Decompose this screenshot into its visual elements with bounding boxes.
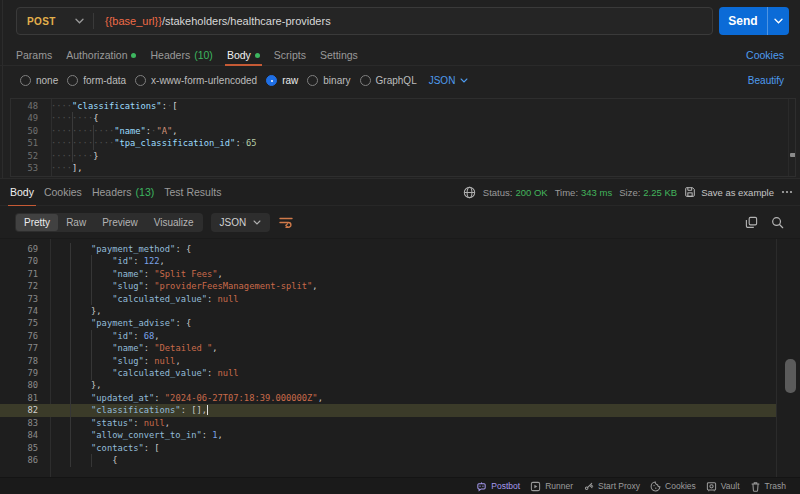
code-text: ········} [38,150,98,162]
body-type-form-data[interactable]: form-data [67,75,126,86]
statusbar-postbot[interactable]: Postbot [476,481,520,492]
body-type-none[interactable]: none [20,75,58,86]
url-input[interactable]: {{base_url}}/stakeholders/healthcare-pro… [94,15,712,27]
body-type-x-www-form-urlencoded[interactable]: x-www-form-urlencoded [135,75,257,86]
statusbar-label: Postbot [491,481,520,491]
radio-icon [67,75,78,86]
cookies-link[interactable]: Cookies [746,49,784,61]
method-selector[interactable]: POST [17,8,93,34]
line-number: 51 [11,137,38,149]
response-code-lines: 69 "payment_method": {70 "id": 122,71 "n… [0,243,776,466]
response-tab-test-results[interactable]: Test Results [164,179,221,205]
body-type-binary[interactable]: binary [307,75,350,86]
code-line-84: 84 "allow_convert_to_in": 1, [0,429,776,441]
request-scrollbar-thumb[interactable] [790,153,796,157]
copy-icon [745,216,758,229]
code-text: "id": 122, [38,255,165,267]
raw-format-label: JSON [429,75,456,86]
tab-body[interactable]: Body [227,44,260,65]
response-format-select[interactable]: JSON [211,213,271,232]
wrap-text-icon [279,216,294,228]
code-line-75: 75 "payment_advise": { [0,317,776,329]
statusbar-runner[interactable]: Runner [530,481,573,492]
radio-label: x-www-form-urlencoded [151,75,257,86]
code-text: "calculated_value": null [38,367,239,379]
green-dot-icon [131,53,136,58]
code-text: ····], [38,162,83,174]
view-raw[interactable]: Raw [58,214,94,231]
chevron-down-icon [774,18,783,24]
tab-label: Authorization [66,49,127,61]
send-button[interactable]: Send [719,7,767,35]
wrap-lines-button[interactable] [279,216,294,228]
indent-guide [70,243,71,467]
statusbar-start-proxy[interactable]: Start Proxy [583,481,640,492]
radio-icon [307,75,318,86]
indent-guide [91,330,92,380]
code-line-69: 69 "payment_method": { [0,243,776,255]
code-line-53: 53····], [11,162,795,174]
view-visualize[interactable]: Visualize [146,214,202,231]
statusbar-label: Vault [721,481,740,491]
statusbar-cookies[interactable]: Cookies [650,481,696,492]
code-text: "id": 68, [38,330,160,342]
code-line-70: 70 "id": 122, [0,255,776,267]
search-response-button[interactable] [771,216,784,229]
body-type-raw[interactable]: raw [266,75,298,86]
code-text: "name": "Split Fees", [38,268,223,280]
tab-params[interactable]: Params [16,44,52,65]
line-number: 53 [11,162,38,174]
view-preview[interactable]: Preview [94,214,146,231]
body-type-graphql[interactable]: GraphQL [360,75,417,86]
response-scrollbar-thumb[interactable] [785,359,796,393]
code-text: ············"name":·"A", [38,125,177,137]
send-button-group: Send [719,7,789,35]
statusbar-label: Cookies [665,481,696,491]
send-options-button[interactable] [768,7,789,35]
save-as-example-button[interactable]: Save as example [684,186,774,198]
code-line-50: 50············"name":·"A", [11,125,795,137]
request-body-editor[interactable]: 48····"classifications":·[49········{50·… [10,98,796,177]
trash-icon [750,481,761,492]
radio-label: form-data [83,75,126,86]
time-label: Time: [555,187,578,198]
indent-guide [91,454,92,466]
status-value: 200 OK [515,187,547,198]
response-view-switch: PrettyRawPreviewVisualize [15,213,203,232]
chevron-down-icon [460,78,468,83]
beautify-link[interactable]: Beautify [748,75,784,86]
response-body-viewer[interactable]: 69 "payment_method": {70 "id": 122,71 "n… [0,238,800,477]
editor-ruler [776,239,777,477]
code-text: "slug": "providerFeesManagement-split", [38,280,318,292]
chevron-down-icon [75,18,84,24]
statusbar-vault[interactable]: Vault [706,481,740,492]
raw-format-select[interactable]: JSON [429,75,469,86]
indent-guide [72,112,73,162]
tab-headers[interactable]: Headers(10) [150,44,212,65]
statusbar-trash[interactable]: Trash [750,481,786,492]
tab-scripts[interactable]: Scripts [274,44,306,65]
tab-settings[interactable]: Settings [320,44,358,65]
line-number: 82 [0,404,38,416]
green-dot-icon [255,53,260,58]
copy-response-button[interactable] [745,216,758,229]
size-value: 2.25 KB [643,187,677,198]
view-pretty[interactable]: Pretty [16,214,58,231]
tab-authorization[interactable]: Authorization [66,44,136,65]
response-more-actions-button[interactable] [781,190,793,194]
chevron-down-icon [253,220,261,225]
response-tab-body[interactable]: Body [10,179,34,205]
save-icon [684,186,696,198]
radio-icon [360,75,371,86]
postbot-icon [476,481,487,492]
code-text: "slug": null, [38,355,181,367]
vault-icon [706,481,717,492]
response-tab-headers[interactable]: Headers(13) [92,179,154,205]
radio-icon [20,75,31,86]
code-line-76: 76 "id": 68, [0,330,776,342]
response-tab-cookies[interactable]: Cookies [44,179,82,205]
method-label: POST [27,16,75,27]
code-line-86: 86 { [0,454,776,466]
code-text: { [38,454,117,466]
code-line-71: 71 "name": "Split Fees", [0,268,776,280]
